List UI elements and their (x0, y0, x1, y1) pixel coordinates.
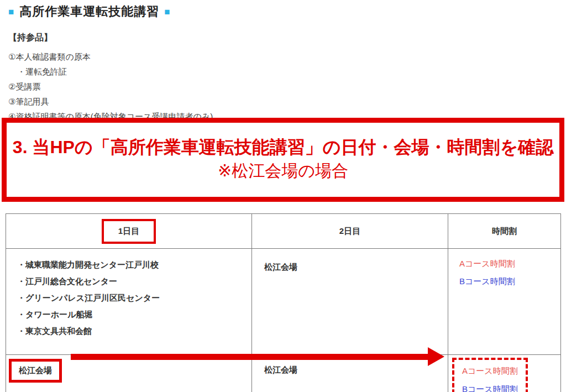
belonging-item-3: ③筆記用具 (8, 97, 213, 107)
callout-line-2: ※松江会場の場合 (7, 161, 559, 181)
row2-day2-venue: 松江会場 (264, 365, 297, 374)
red-arrow-head-icon (428, 347, 444, 366)
venue-schedule-table: 1日目 2日目 時間割 ・城東職業能力開発センター江戸川校 ・江戸川総合文化セン… (6, 213, 561, 392)
matsue-red-highlight-box: 松江会場 (9, 359, 62, 383)
venue-item-3: ・グリーンパレス江戸川区民センター (17, 290, 251, 306)
row2-schedule-cell: Aコース時間割 Bコース時間割 (448, 355, 561, 392)
table-header-row: 1日目 2日目 時間割 (6, 214, 561, 249)
callout-line-1: 3. 当HPの「高所作業車運転技能講習」の日付・会場・時間割を確認 (7, 136, 559, 158)
page-title: ■ 高所作業車運転技能講習 ■ (8, 3, 171, 20)
title-square-left-icon: ■ (8, 7, 14, 17)
red-arrow-shaft (71, 354, 429, 360)
venue-item-2: ・江戸川総合文化センター (17, 273, 251, 290)
row1-b-course-schedule-link[interactable]: Bコース時間割 (459, 276, 560, 287)
row2-day2-cell: 松江会場 (252, 355, 448, 392)
table-row-matsue: 松江会場 松江会場 Aコース時間割 Bコース時間割 (6, 355, 561, 392)
schedule-dashed-highlight-box: Aコース時間割 Bコース時間割 (452, 358, 528, 392)
row2-a-course-schedule-link[interactable]: Aコース時間割 (462, 366, 518, 377)
row2-day1-cell: 松江会場 (6, 355, 252, 392)
row1-day1-cell: ・城東職業能力開発センター江戸川校 ・江戸川総合文化センター ・グリーンパレス江… (6, 249, 252, 355)
header-day2: 2日目 (252, 214, 448, 249)
header-day1: 1日目 (6, 214, 252, 249)
row1-schedule-cell: Aコース時間割 Bコース時間割 (448, 249, 561, 355)
header-schedule: 時間割 (448, 214, 561, 249)
page-title-text: 高所作業車運転技能講習 (19, 3, 159, 20)
belonging-item-2: ②受講票 (8, 82, 213, 92)
table-row-edogawa: ・城東職業能力開発センター江戸川校 ・江戸川総合文化センター ・グリーンパレス江… (6, 249, 561, 355)
row1-a-course-schedule-link[interactable]: Aコース時間割 (459, 259, 560, 269)
belonging-item-1-sub: ・運転免許証 (8, 67, 213, 77)
title-square-right-icon: ■ (164, 7, 170, 17)
header-day1-label: 1日目 (118, 226, 139, 236)
venue-item-5: ・東京文具共和会館 (17, 323, 251, 339)
belonging-item-1: ①本人確認書類の原本 (8, 52, 213, 62)
belongings-heading: 【持参品】 (8, 32, 213, 44)
venue-item-4: ・タワーホール船堀 (17, 306, 251, 323)
belongings-section: 【持参品】 ①本人確認書類の原本 ・運転免許証 ②受講票 ③筆記用具 ④資格証明… (8, 32, 213, 127)
page: ■ 高所作業車運転技能講習 ■ 【持参品】 ①本人確認書類の原本 ・運転免許証 … (0, 0, 566, 392)
step3-callout-box: 3. 当HPの「高所作業車運転技能講習」の日付・会場・時間割を確認 ※松江会場の… (2, 118, 564, 202)
venue-item-1: ・城東職業能力開発センター江戸川校 (17, 257, 251, 273)
row2-day1-venue: 松江会場 (19, 365, 52, 375)
day1-red-highlight-box: 1日目 (102, 219, 156, 244)
row2-b-course-schedule-link[interactable]: Bコース時間割 (462, 384, 518, 392)
row1-day2-venue: 松江会場 (264, 262, 297, 271)
row1-day2-cell: 松江会場 (252, 249, 448, 355)
